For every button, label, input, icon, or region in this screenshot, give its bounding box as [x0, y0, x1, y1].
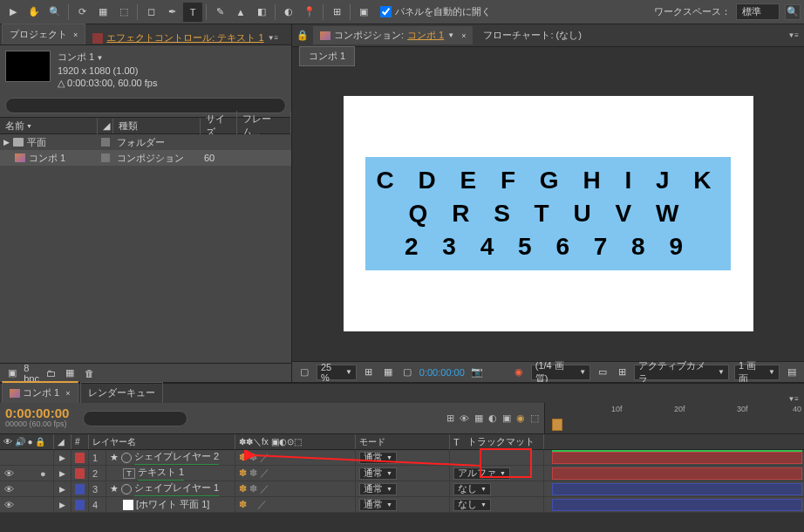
mode-dropdown[interactable]: 通常▼ — [359, 452, 397, 464]
visibility-icon[interactable]: 👁 — [3, 468, 14, 479]
timeline-search-input[interactable] — [83, 411, 187, 426]
panel-menu-icon[interactable]: ▼≡ — [787, 395, 799, 403]
col-label[interactable]: ◢ — [98, 119, 113, 133]
layer-name[interactable]: [ホワイト 平面 1] — [136, 498, 209, 511]
current-time-indicator[interactable] — [552, 419, 562, 431]
camera-dropdown[interactable]: アクティブカメラ▼ — [634, 365, 729, 380]
tab-render-queue[interactable]: レンダーキュー — [80, 382, 163, 403]
timeline-tracks[interactable] — [545, 450, 804, 513]
layer-switches[interactable]: ✽ ✽ ／ — [235, 481, 356, 496]
rotate-tool-icon[interactable]: ⟳ — [72, 3, 92, 22]
comp-name[interactable]: コンポ 1 — [58, 51, 157, 65]
timeline-timecode[interactable]: 0:00:00:00 00000 (60.00 fps) — [5, 408, 69, 429]
timeline-ruler[interactable]: 10f 20f 30f 40 — [545, 403, 804, 433]
close-icon[interactable]: × — [461, 31, 466, 40]
solo-icon[interactable]: ● — [40, 468, 46, 479]
layer-bar[interactable] — [552, 452, 802, 464]
frameblend-icon[interactable]: ▦ — [474, 413, 483, 424]
dropdown-arrow-icon[interactable]: ▼ — [447, 31, 454, 39]
expand-icon[interactable]: ▶ — [59, 454, 65, 462]
shape-tool-icon[interactable]: ◻ — [141, 3, 160, 22]
label-color[interactable] — [75, 453, 85, 463]
tab-composition[interactable]: コンポジション: コンポ 1 ▼ × — [313, 26, 473, 44]
comp-thumbnail[interactable] — [5, 51, 51, 82]
layer-name[interactable]: シェイプレイヤー 1 — [134, 481, 219, 496]
clone-tool-icon[interactable]: ▲ — [231, 3, 250, 22]
project-item-comp[interactable]: コンポ 1 コンポジション 60 — [0, 150, 291, 166]
label-color[interactable] — [75, 468, 85, 479]
layer-bar[interactable] — [552, 467, 802, 480]
hidelayers-icon[interactable]: 👁 — [460, 413, 469, 424]
col-type[interactable]: 種類 — [113, 118, 201, 134]
zoom-dropdown[interactable]: 25 %▼ — [317, 365, 357, 380]
layer-name[interactable]: シェイプレイヤー 2 — [134, 450, 219, 465]
rotobrush-tool-icon[interactable]: ◐ — [279, 3, 298, 22]
motionblur-icon[interactable]: ◐ — [488, 413, 497, 424]
bpc-toggle[interactable]: 8 bpc — [24, 367, 38, 379]
quality-dropdown[interactable]: (1/4 画質)▼ — [531, 365, 591, 380]
hand-tool-icon[interactable]: ✋ — [24, 3, 44, 22]
panbehind-tool-icon[interactable]: ⬚ — [114, 3, 133, 22]
brainstorm-icon[interactable]: ◉ — [516, 413, 525, 424]
resolution-icon[interactable]: ⊞ — [362, 366, 376, 379]
selection-tool-icon[interactable]: ▶ — [3, 3, 23, 22]
type-tool-icon[interactable]: T — [183, 3, 202, 22]
project-item-folder[interactable]: ▶平面 フォルダー — [0, 134, 291, 150]
eraser-tool-icon[interactable]: ◧ — [252, 3, 271, 22]
search-help-icon[interactable]: 🔍 — [785, 4, 801, 20]
dropdown-arrow-icon[interactable]: ▼≡ — [268, 34, 279, 42]
region-icon[interactable]: ▭ — [596, 366, 610, 379]
workspace-dropdown[interactable]: 標準 — [736, 3, 780, 20]
always-preview-icon[interactable]: ▢ — [297, 366, 311, 379]
close-icon[interactable]: × — [73, 31, 78, 39]
transparency-icon[interactable]: ▦ — [381, 366, 395, 379]
expand-icon[interactable]: ▶ — [59, 485, 65, 494]
views-dropdown[interactable]: 1 画面▼ — [734, 365, 780, 380]
pixel-aspect-icon[interactable]: ▤ — [785, 366, 799, 379]
trash-icon[interactable]: 🗑 — [82, 367, 96, 379]
clipboard-icon[interactable]: ▣ — [354, 3, 373, 22]
mode-dropdown[interactable]: 通常▼ — [359, 483, 397, 495]
av-switches[interactable]: 👁 — [0, 497, 54, 512]
mask-icon[interactable]: ▢ — [400, 366, 414, 379]
col-mode[interactable]: モード — [356, 434, 450, 449]
tab-timeline-comp[interactable]: コンポ 1 × — [2, 381, 78, 403]
zoom-tool-icon[interactable]: 🔍 — [45, 3, 65, 22]
new-folder-icon[interactable]: 🗀 — [44, 367, 58, 379]
label-color[interactable] — [75, 500, 85, 510]
visibility-icon[interactable]: 👁 — [3, 500, 14, 510]
local-axis-icon[interactable]: ⊞ — [327, 3, 346, 22]
comp-link[interactable]: コンポ 1 — [407, 29, 444, 42]
channel-icon[interactable]: ◉ — [512, 366, 526, 379]
col-name[interactable]: 名前▼ — [0, 118, 98, 134]
av-switches[interactable] — [0, 450, 54, 465]
close-icon[interactable]: × — [65, 389, 70, 398]
subtab-comp[interactable]: コンポ 1 — [299, 46, 355, 66]
col-trackmatte[interactable]: T トラックマット — [450, 434, 544, 449]
composition-viewer[interactable]: C D E F G H I J K Q R S T U V W 2 3 4 5 … — [292, 66, 804, 361]
layer-bar[interactable] — [552, 499, 802, 511]
trackmatte-dropdown[interactable]: なし▼ — [453, 483, 491, 495]
layer-name[interactable]: テキスト 1 — [138, 466, 184, 481]
lock-icon[interactable]: 🔒 — [296, 30, 310, 42]
viewer-time[interactable]: 0:00:00:00 — [419, 367, 465, 378]
mode-dropdown[interactable]: 通常▼ — [359, 467, 397, 480]
brush-tool-icon[interactable]: ✎ — [210, 3, 229, 22]
draft3d-icon[interactable]: ⊞ — [446, 413, 454, 424]
expand-icon[interactable]: ▶ — [59, 501, 65, 509]
snapshot-icon[interactable]: 📷 — [470, 366, 484, 379]
auto-open-checkbox-input[interactable] — [380, 6, 392, 17]
tab-project[interactable]: プロジェクト × — [2, 24, 85, 44]
av-switches[interactable]: 👁● — [0, 466, 54, 481]
panel-menu-icon[interactable]: ▼≡ — [787, 31, 799, 39]
grid-icon[interactable]: ⊞ — [615, 366, 629, 379]
mode-dropdown[interactable]: 通常▼ — [359, 499, 397, 511]
interpret-icon[interactable]: ▣ — [5, 367, 19, 379]
auto-open-panel-checkbox[interactable]: パネルを自動的に開く — [380, 5, 491, 18]
layer-switches[interactable]: ✽ ／ — [235, 497, 356, 512]
tab-effect-controls[interactable]: エフェクトコントロール: テキスト 1 — [106, 31, 263, 44]
new-comp-icon[interactable]: ▦ — [63, 367, 77, 379]
trackmatte-dropdown[interactable]: なし▼ — [453, 499, 491, 511]
pen-tool-icon[interactable]: ✒ — [162, 3, 181, 22]
visibility-icon[interactable]: 👁 — [3, 484, 14, 494]
